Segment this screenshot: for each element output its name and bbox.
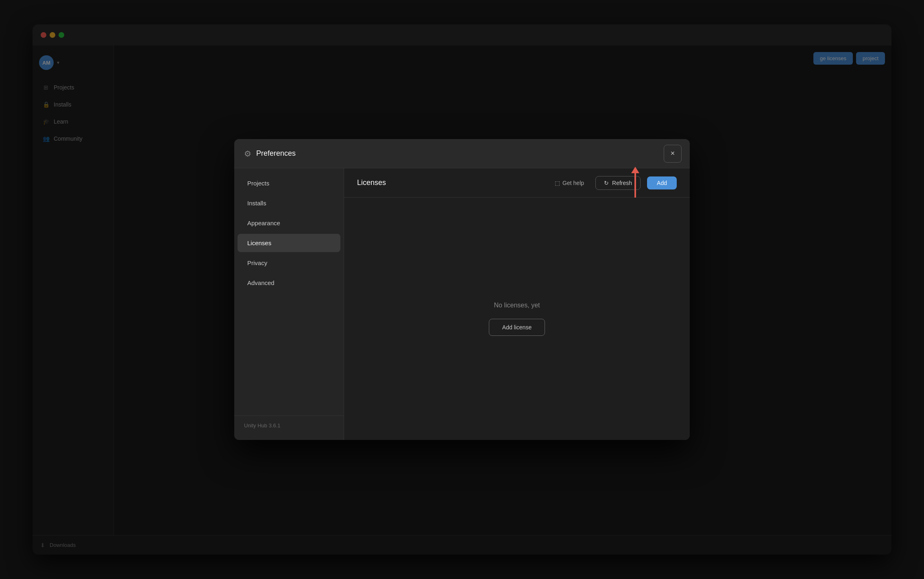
dialog-body: Projects Installs Appearance Licenses Pr… [234, 168, 690, 440]
nav-item-advanced[interactable]: Advanced [238, 274, 340, 292]
dialog-overlay: ⚙ Preferences × Projects Installs Appear… [0, 0, 924, 579]
empty-state-text: No licenses, yet [494, 302, 540, 309]
refresh-label: Refresh [612, 180, 632, 186]
nav-item-privacy[interactable]: Privacy [238, 254, 340, 272]
nav-item-installs[interactable]: Installs [238, 194, 340, 212]
add-button[interactable]: Add [647, 176, 677, 189]
nav-item-projects[interactable]: Projects [238, 174, 340, 192]
dialog-titlebar: ⚙ Preferences × [234, 139, 690, 168]
desktop: AM ▾ ⊞ Projects 🔒 Installs 🎓 Learn 👥 [0, 0, 924, 579]
nav-item-licenses[interactable]: Licenses [238, 234, 340, 252]
dialog-sidebar: Projects Installs Appearance Licenses Pr… [234, 168, 344, 440]
dialog-content-body: No licenses, yet Add license [344, 198, 690, 440]
dialog-content: Licenses ⬚ Get help ↻ Refresh Add No lic… [344, 168, 690, 440]
arrow-annotation [631, 167, 639, 198]
dialog-title: Preferences [256, 149, 296, 158]
get-help-label: Get help [562, 180, 584, 186]
arrow-shaft [634, 173, 636, 198]
add-license-button[interactable]: Add license [489, 319, 545, 336]
preferences-dialog: ⚙ Preferences × Projects Installs Appear… [234, 139, 690, 440]
arrow-head [631, 167, 639, 173]
version-label: Unity Hub 3.6.1 [234, 416, 344, 435]
gear-icon: ⚙ [244, 149, 251, 159]
refresh-icon: ↻ [604, 180, 609, 186]
close-button[interactable]: × [664, 145, 682, 163]
content-title: Licenses [357, 178, 543, 187]
external-link-icon: ⬚ [555, 180, 560, 186]
nav-item-appearance[interactable]: Appearance [238, 214, 340, 232]
get-help-button[interactable]: ⬚ Get help [550, 176, 589, 189]
